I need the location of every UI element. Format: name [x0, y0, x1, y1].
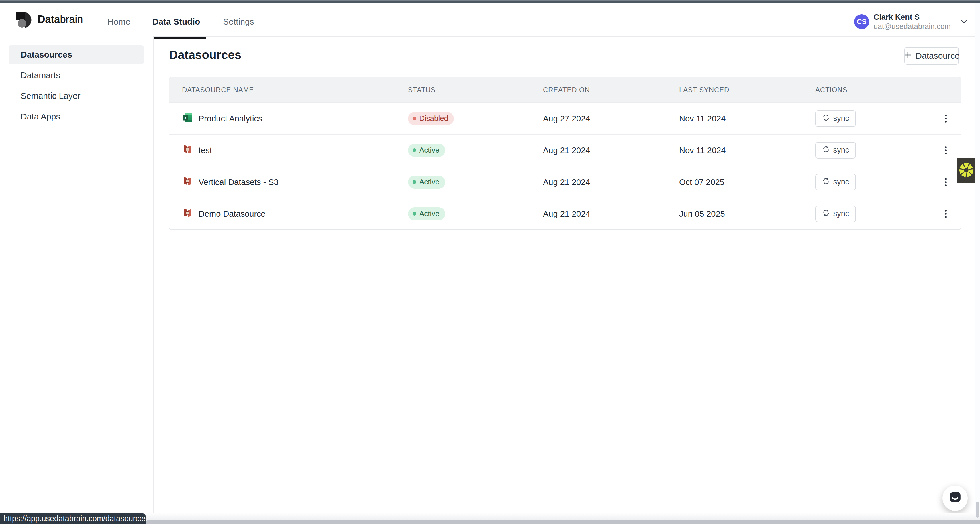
status-label: Active	[419, 178, 439, 186]
redshift-icon	[182, 176, 193, 188]
sync-button[interactable]: sync	[815, 206, 856, 222]
status-cell: Active	[408, 207, 445, 221]
created-on-cell: Aug 21 2024	[543, 146, 590, 155]
sync-button-label: sync	[833, 146, 850, 155]
active-tab-underline	[146, 37, 206, 39]
redshift-icon	[182, 144, 193, 157]
sync-refresh-icon	[822, 177, 830, 187]
status-badge: Active	[408, 144, 445, 157]
page-title: Datasources	[169, 48, 241, 62]
chat-launcher-button[interactable]	[942, 486, 968, 511]
table-row[interactable]: X Product Analytics Disabled	[169, 102, 961, 134]
status-dot	[413, 116, 416, 120]
status-dot	[413, 212, 416, 216]
add-datasource-label: Datasource	[916, 51, 959, 61]
sync-button-label: sync	[833, 114, 850, 123]
last-synced-cell: Nov 11 2024	[679, 146, 725, 155]
starburst-icon	[959, 163, 974, 179]
last-synced-cell: Jun 05 2025	[679, 209, 725, 219]
status-badge: Active	[408, 176, 445, 189]
column-header-actions: ACTIONS	[815, 86, 847, 94]
last-synced-cell: Oct 07 2025	[679, 177, 724, 187]
column-header-status: STATUS	[408, 86, 436, 94]
table-row[interactable]: X Demo Datasource Active Au	[169, 198, 961, 229]
nav-tab-settings[interactable]: Settings	[221, 5, 256, 38]
datasource-name: Product Analytics	[199, 114, 262, 123]
add-datasource-button[interactable]: Datasource	[904, 47, 959, 65]
status-badge: Active	[408, 207, 445, 221]
last-synced-cell: Nov 11 2024	[679, 114, 725, 123]
user-email: uat@usedatabrain.com	[874, 22, 951, 31]
datasource-name: test	[199, 146, 212, 155]
status-cell: Disabled	[408, 112, 454, 125]
chat-bubble-icon	[948, 491, 962, 506]
created-on-cell: Aug 21 2024	[543, 177, 590, 187]
browser-top-strip	[0, 0, 980, 3]
table-body: X Product Analytics Disabled	[169, 102, 961, 229]
vertical-scrollbar-track	[975, 3, 980, 513]
nav-tab-home[interactable]: Home	[102, 5, 136, 38]
datasource-name-cell: X Product Analytics	[182, 112, 262, 125]
sync-action-cell: sync	[815, 142, 856, 159]
plus-icon	[904, 51, 912, 61]
row-menu-kebab-icon[interactable]	[940, 173, 952, 191]
status-badge: Disabled	[408, 112, 454, 125]
sync-action-cell: sync	[815, 174, 856, 191]
app-window: Databrain Home Data Studio Settings CS C…	[0, 0, 980, 524]
datasource-name-cell: X test	[182, 144, 212, 157]
datasource-name: Vertical Datasets - S3	[199, 177, 278, 187]
created-on-cell: Aug 27 2024	[543, 114, 590, 123]
sync-refresh-icon	[822, 209, 830, 219]
brand-logo-link[interactable]: Databrain	[16, 11, 84, 29]
row-menu-kebab-icon[interactable]	[940, 205, 952, 222]
excel-icon: X	[182, 112, 193, 125]
datasource-name-cell: X Demo Datasource	[182, 207, 266, 220]
status-dot	[413, 148, 416, 152]
datasource-name-cell: X Vertical Datasets - S3	[182, 176, 278, 188]
user-menu[interactable]: CS Clark Kent S uat@usedatabrain.com	[854, 12, 969, 32]
row-menu-kebab-icon[interactable]	[940, 110, 952, 127]
sync-action-cell: sync	[815, 206, 856, 222]
link-target-statusbar: https://app.usedatabrain.com/datasources	[0, 513, 146, 524]
table-header-row: DATASOURCE NAME STATUS CREATED ON LAST S…	[169, 77, 961, 102]
column-header-synced: LAST SYNCED	[679, 86, 729, 94]
sidebar-item-datasources[interactable]: Datasources	[9, 45, 144, 64]
sync-refresh-icon	[822, 146, 830, 155]
table-row[interactable]: X Vertical Datasets - S3 Active	[169, 166, 961, 198]
feedback-widget-tab[interactable]	[957, 158, 975, 183]
table-row[interactable]: X test Active Aug 21 2024	[169, 134, 961, 166]
column-header-name: DATASOURCE NAME	[182, 86, 254, 94]
status-cell: Active	[408, 144, 445, 157]
sync-action-cell: sync	[815, 110, 856, 127]
sync-button-label: sync	[833, 178, 850, 186]
redshift-icon	[182, 207, 193, 220]
user-name: Clark Kent S	[874, 13, 951, 22]
sidebar-item-semantic-layer[interactable]: Semantic Layer	[9, 86, 144, 106]
datasource-name: Demo Datasource	[199, 209, 266, 219]
status-label: Disabled	[419, 114, 448, 123]
sidebar: Datasources Datamarts Semantic Layer Dat…	[0, 36, 154, 524]
sync-button[interactable]: sync	[815, 142, 856, 159]
nav-tab-data-studio[interactable]: Data Studio	[149, 5, 204, 38]
brand-wordmark: Databrain	[38, 13, 83, 25]
svg-text:X: X	[184, 115, 187, 120]
sync-button[interactable]: sync	[815, 110, 856, 127]
chevron-down-icon[interactable]	[959, 17, 969, 26]
status-cell: Active	[408, 176, 445, 189]
column-header-created: CREATED ON	[543, 86, 590, 94]
sync-button[interactable]: sync	[815, 174, 856, 191]
created-on-cell: Aug 21 2024	[543, 209, 590, 219]
row-menu-kebab-icon[interactable]	[940, 142, 952, 159]
sync-refresh-icon	[822, 114, 830, 124]
status-dot	[413, 180, 416, 184]
datasources-table: DATASOURCE NAME STATUS CREATED ON LAST S…	[169, 77, 961, 230]
status-label: Active	[419, 146, 439, 155]
avatar: CS	[854, 14, 869, 29]
app-header: Databrain Home Data Studio Settings CS C…	[0, 3, 980, 37]
status-label: Active	[419, 209, 439, 218]
vertical-scrollbar-thumb[interactable]	[976, 502, 979, 518]
sidebar-item-datamarts[interactable]: Datamarts	[9, 65, 144, 85]
sidebar-item-data-apps[interactable]: Data Apps	[9, 107, 144, 126]
databrain-logo-icon	[16, 10, 33, 29]
sync-button-label: sync	[833, 209, 850, 218]
